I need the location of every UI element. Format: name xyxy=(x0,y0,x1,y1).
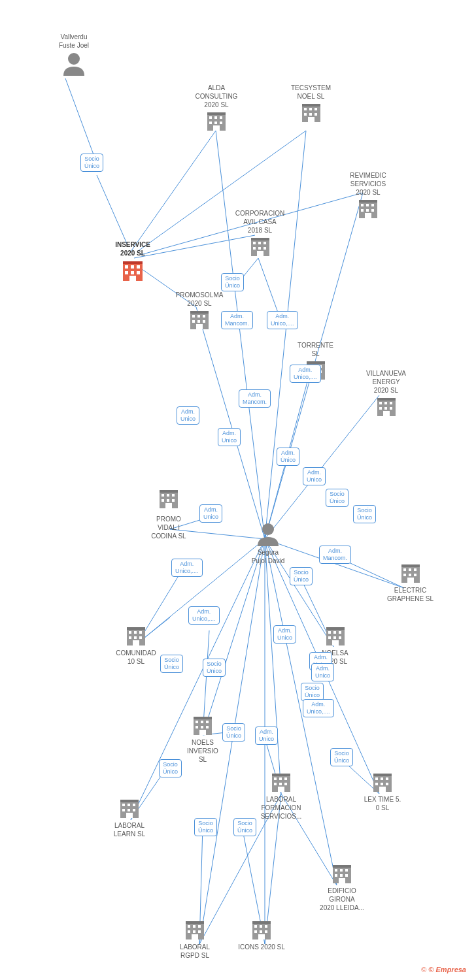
svg-rect-130 xyxy=(409,574,411,576)
building-icon xyxy=(206,111,227,132)
svg-rect-193 xyxy=(340,874,343,877)
svg-rect-108 xyxy=(384,402,387,404)
company-node-laboral-learn[interactable]: LABORALLEARN SL xyxy=(103,798,156,838)
svg-rect-146 xyxy=(339,631,341,634)
badge-adm-unico-5[interactable]: Adm.Unico xyxy=(303,467,326,485)
svg-rect-171 xyxy=(122,804,125,806)
svg-rect-119 xyxy=(162,499,164,502)
company-node-revimedic[interactable]: REVIMEDICSERVICIOS2020 SL xyxy=(342,171,394,220)
badge-adm-unico-8[interactable]: Adm.Unico xyxy=(255,727,278,745)
badge-socio-unico-2[interactable]: SocioÚnico xyxy=(221,273,244,291)
svg-rect-131 xyxy=(414,574,416,576)
badge-socio-unico-1[interactable]: SocioÚnico xyxy=(80,154,103,172)
badge-adm-unico-2[interactable]: Adm.Unico xyxy=(177,406,199,425)
company-node-lex-time[interactable]: LEX TIME 5.0 SL xyxy=(356,772,409,812)
svg-rect-59 xyxy=(213,125,220,131)
svg-rect-109 xyxy=(390,402,392,404)
company-node-tecsystem[interactable]: TECSYSTEMNOEL SL xyxy=(286,84,335,123)
badge-socio-unico-9[interactable]: SocioÚnico xyxy=(159,759,182,777)
node-label: LABORALRGPD SL xyxy=(169,943,221,960)
badge-socio-unico-5[interactable]: SocioÚnico xyxy=(290,567,313,585)
badge-adm-unico-4[interactable]: Adm.Único xyxy=(277,448,299,466)
company-node-noels-inversio[interactable]: NOELSINVERSIOSL xyxy=(177,715,229,764)
badge-socio-unico-7[interactable]: SocioÚnico xyxy=(203,659,226,677)
badge-adm-unico-promo[interactable]: Adm.Unico xyxy=(199,504,222,523)
company-node-inservice[interactable]: INSERVICE2020 SL xyxy=(107,240,159,282)
svg-rect-165 xyxy=(274,783,277,785)
svg-rect-117 xyxy=(167,494,169,497)
person-node-vallverdu[interactable]: VallverduFuste Joel xyxy=(51,33,97,76)
svg-rect-129 xyxy=(403,574,406,576)
svg-rect-194 xyxy=(345,874,348,877)
badge-adm-unico-7[interactable]: Adm.Unico,.... xyxy=(303,699,334,717)
badge-socio-unico-11[interactable]: SocioÚnico xyxy=(194,818,217,836)
company-node-edificio-girona[interactable]: EDIFICIOGIRONA2020 LLEIDA... xyxy=(313,864,371,912)
badge-adm-unico-torrente[interactable]: Adm.Unico,.... xyxy=(290,365,321,383)
badge-adm-mancom-1[interactable]: Adm.Mancom. xyxy=(221,311,253,329)
svg-rect-158 xyxy=(206,726,209,728)
company-node-laboral-formacion[interactable]: LABORALFORMACIONSERVICIOS... xyxy=(252,772,311,821)
svg-rect-199 xyxy=(193,925,196,928)
badge-adm-mancom-2[interactable]: Adm.Mancom. xyxy=(239,389,271,408)
company-node-corporacion[interactable]: CORPORACIONAVIL CASA2018 SL xyxy=(232,209,288,257)
svg-rect-84 xyxy=(258,247,261,250)
badge-socio-unico-12[interactable]: SocioÚnico xyxy=(233,818,256,836)
company-node-alda[interactable]: ALDACONSULTING2020 SL xyxy=(194,84,239,132)
svg-rect-55 xyxy=(220,116,222,119)
badge-socio-unico-8[interactable]: SocioÚnico xyxy=(301,683,324,701)
person-node-segura[interactable]: SeguraPujol David xyxy=(242,523,294,565)
svg-rect-209 xyxy=(265,925,267,928)
svg-rect-141 xyxy=(133,640,139,645)
svg-rect-54 xyxy=(214,116,217,119)
building-icon xyxy=(376,397,397,417)
svg-rect-64 xyxy=(314,108,317,110)
node-label: LABORALFORMACIONSERVICIOS... xyxy=(252,795,311,821)
badge-adm-unico-promo2[interactable]: Adm.Unico,.... xyxy=(171,559,203,577)
svg-rect-172 xyxy=(128,804,130,806)
svg-rect-76 xyxy=(371,209,374,212)
svg-rect-126 xyxy=(403,568,406,571)
svg-rect-97 xyxy=(307,361,325,364)
badge-socio-unico-4[interactable]: SocioÚnico xyxy=(353,505,376,523)
badge-adm-unico-3[interactable]: Adm.Unico xyxy=(218,428,241,446)
svg-rect-186 xyxy=(379,787,386,792)
building-icon xyxy=(184,920,205,941)
svg-rect-148 xyxy=(333,636,336,639)
badge-socio-unico-10[interactable]: SocioÚnico xyxy=(222,723,245,742)
svg-rect-197 xyxy=(186,921,204,924)
badge-socio-unico-lex[interactable]: SocioÚnico xyxy=(330,748,353,766)
company-node-icons-2020[interactable]: ICONS 2020 SL xyxy=(235,920,288,951)
svg-rect-140 xyxy=(139,636,142,639)
company-node-comunidad[interactable]: COMUNIDAD10 SL xyxy=(110,626,162,666)
svg-rect-110 xyxy=(379,407,382,410)
node-label: ALDACONSULTING2020 SL xyxy=(194,84,239,109)
badge-socio-unico-3[interactable]: SocioÚnico xyxy=(326,489,348,507)
badge-adm-unico-6[interactable]: Adm.Unico,.... xyxy=(188,606,220,625)
badge-adm-mancom-3[interactable]: Adm.Mancom. xyxy=(319,546,351,564)
svg-rect-61 xyxy=(302,104,320,106)
svg-rect-185 xyxy=(386,783,388,785)
svg-rect-85 xyxy=(264,247,266,250)
svg-rect-139 xyxy=(134,636,137,639)
badge-adm-unico-1[interactable]: Adm.Unico,.... xyxy=(267,311,298,329)
svg-rect-152 xyxy=(194,717,212,719)
svg-rect-43 xyxy=(123,261,143,264)
svg-rect-174 xyxy=(122,809,125,811)
svg-rect-113 xyxy=(383,411,390,416)
company-node-laboral-rgpd[interactable]: LABORALRGPD SL xyxy=(169,920,221,960)
svg-rect-168 xyxy=(278,787,284,792)
svg-rect-49 xyxy=(137,271,140,274)
svg-rect-47 xyxy=(125,271,128,274)
svg-line-0 xyxy=(65,78,97,163)
svg-rect-149 xyxy=(339,636,341,639)
badge-adm-unico-noelsa3[interactable]: Adm.Unico xyxy=(311,663,334,681)
badge-adm-unico-noelsa1[interactable]: Adm.Unico xyxy=(273,625,296,644)
company-node-promosolma[interactable]: PROMOSOLMA2020 SL xyxy=(173,291,226,331)
company-node-villanueva[interactable]: VILLANUEVAENERGY2020 SL xyxy=(358,369,414,417)
svg-rect-115 xyxy=(160,490,178,493)
company-node-promo-vidal[interactable]: PROMOVIDAL ICODINA SL xyxy=(143,515,195,542)
svg-rect-79 xyxy=(251,238,269,240)
badge-socio-unico-6[interactable]: SocioÚnico xyxy=(160,655,183,673)
company-node-electric[interactable]: ELECTRICGRAPHENE SL xyxy=(382,563,438,603)
company-node-unnamed1[interactable] xyxy=(156,489,182,510)
